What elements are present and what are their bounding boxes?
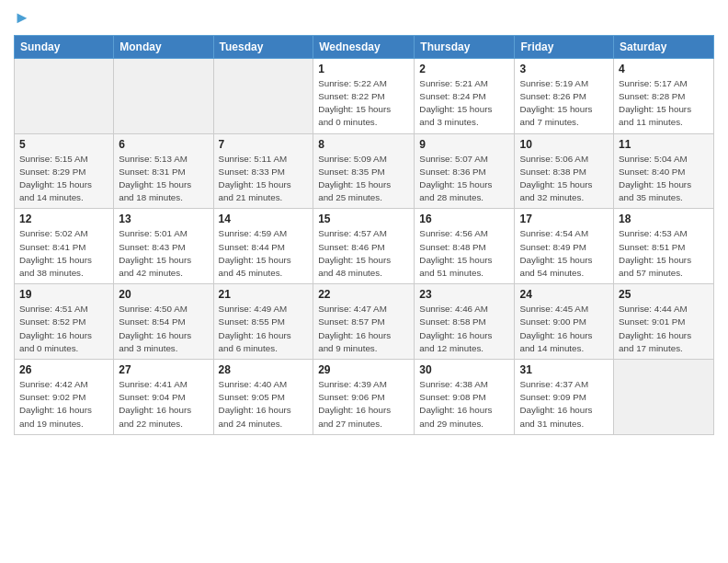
calendar-cell: 24Sunrise: 4:45 AM Sunset: 9:00 PM Dayli…	[515, 284, 614, 360]
day-number: 22	[318, 288, 409, 301]
day-info: Sunrise: 4:46 AM Sunset: 8:58 PM Dayligh…	[419, 303, 509, 355]
day-number: 6	[119, 138, 208, 151]
calendar-cell: 6Sunrise: 5:13 AM Sunset: 8:31 PM Daylig…	[114, 133, 213, 209]
day-number: 28	[219, 363, 309, 376]
calendar-week-3: 12Sunrise: 5:02 AM Sunset: 8:41 PM Dayli…	[15, 209, 714, 284]
day-info: Sunrise: 4:40 AM Sunset: 9:05 PM Dayligh…	[219, 378, 309, 431]
day-number: 1	[318, 63, 409, 75]
calendar-header-row: SundayMondayTuesdayWednesdayThursdayFrid…	[15, 35, 714, 58]
calendar-cell: 21Sunrise: 4:49 AM Sunset: 8:55 PM Dayli…	[213, 284, 313, 360]
logo: ►	[14, 9, 30, 28]
calendar-week-5: 26Sunrise: 4:42 AM Sunset: 9:02 PM Dayli…	[15, 360, 714, 435]
calendar-cell: 1Sunrise: 5:22 AM Sunset: 8:22 PM Daylig…	[313, 58, 415, 133]
day-info: Sunrise: 5:06 AM Sunset: 8:38 PM Dayligh…	[519, 153, 609, 205]
day-number: 19	[19, 288, 108, 301]
day-info: Sunrise: 4:56 AM Sunset: 8:48 PM Dayligh…	[419, 227, 509, 280]
day-number: 17	[519, 213, 609, 225]
calendar-week-4: 19Sunrise: 4:51 AM Sunset: 8:52 PM Dayli…	[15, 284, 714, 360]
calendar-cell: 14Sunrise: 4:59 AM Sunset: 8:44 PM Dayli…	[213, 209, 313, 284]
day-number: 15	[318, 213, 409, 225]
day-number: 10	[519, 138, 609, 151]
day-number: 25	[619, 288, 709, 301]
day-number: 4	[619, 63, 709, 75]
day-number: 8	[318, 138, 409, 151]
calendar-cell: 20Sunrise: 4:50 AM Sunset: 8:54 PM Dayli…	[114, 284, 213, 360]
day-info: Sunrise: 4:54 AM Sunset: 8:49 PM Dayligh…	[519, 227, 609, 280]
day-number: 24	[519, 288, 609, 301]
day-number: 30	[419, 363, 509, 376]
day-number: 31	[519, 363, 609, 376]
calendar-cell: 17Sunrise: 4:54 AM Sunset: 8:49 PM Dayli…	[515, 209, 614, 284]
header: ►	[14, 9, 714, 28]
day-info: Sunrise: 5:21 AM Sunset: 8:24 PM Dayligh…	[419, 77, 509, 130]
calendar-cell: 3Sunrise: 5:19 AM Sunset: 8:26 PM Daylig…	[515, 58, 614, 133]
calendar-cell	[614, 360, 714, 435]
day-number: 3	[519, 63, 609, 75]
day-info: Sunrise: 5:07 AM Sunset: 8:36 PM Dayligh…	[419, 153, 509, 205]
day-info: Sunrise: 4:44 AM Sunset: 9:01 PM Dayligh…	[619, 303, 709, 355]
day-number: 9	[419, 138, 509, 151]
day-info: Sunrise: 5:13 AM Sunset: 8:31 PM Dayligh…	[119, 153, 208, 205]
day-info: Sunrise: 4:51 AM Sunset: 8:52 PM Dayligh…	[19, 303, 108, 355]
day-number: 5	[19, 138, 108, 151]
calendar-weekday-friday: Friday	[515, 35, 614, 58]
calendar-week-2: 5Sunrise: 5:15 AM Sunset: 8:29 PM Daylig…	[15, 133, 714, 209]
calendar-cell: 16Sunrise: 4:56 AM Sunset: 8:48 PM Dayli…	[415, 209, 515, 284]
day-number: 11	[619, 138, 709, 151]
logo-text: ►	[14, 9, 30, 28]
day-info: Sunrise: 5:01 AM Sunset: 8:43 PM Dayligh…	[119, 227, 208, 280]
calendar-cell: 13Sunrise: 5:01 AM Sunset: 8:43 PM Dayli…	[114, 209, 213, 284]
calendar-cell	[15, 58, 114, 133]
day-number: 7	[219, 138, 309, 151]
calendar-weekday-wednesday: Wednesday	[313, 35, 415, 58]
day-info: Sunrise: 5:11 AM Sunset: 8:33 PM Dayligh…	[219, 153, 309, 205]
calendar-cell: 23Sunrise: 4:46 AM Sunset: 8:58 PM Dayli…	[415, 284, 515, 360]
calendar-cell: 8Sunrise: 5:09 AM Sunset: 8:35 PM Daylig…	[313, 133, 415, 209]
calendar-cell: 31Sunrise: 4:37 AM Sunset: 9:09 PM Dayli…	[515, 360, 614, 435]
day-number: 14	[219, 213, 309, 225]
calendar-cell	[114, 58, 213, 133]
calendar-weekday-thursday: Thursday	[415, 35, 515, 58]
day-number: 27	[119, 363, 208, 376]
calendar-cell: 28Sunrise: 4:40 AM Sunset: 9:05 PM Dayli…	[213, 360, 313, 435]
calendar-cell: 7Sunrise: 5:11 AM Sunset: 8:33 PM Daylig…	[213, 133, 313, 209]
day-number: 2	[419, 63, 509, 75]
day-number: 26	[19, 363, 108, 376]
day-info: Sunrise: 4:45 AM Sunset: 9:00 PM Dayligh…	[519, 303, 609, 355]
day-info: Sunrise: 4:59 AM Sunset: 8:44 PM Dayligh…	[219, 227, 309, 280]
calendar-cell: 27Sunrise: 4:41 AM Sunset: 9:04 PM Dayli…	[114, 360, 213, 435]
calendar-cell: 9Sunrise: 5:07 AM Sunset: 8:36 PM Daylig…	[415, 133, 515, 209]
day-info: Sunrise: 4:37 AM Sunset: 9:09 PM Dayligh…	[519, 378, 609, 431]
calendar-weekday-monday: Monday	[114, 35, 213, 58]
calendar: SundayMondayTuesdayWednesdayThursdayFrid…	[14, 35, 714, 435]
calendar-cell: 12Sunrise: 5:02 AM Sunset: 8:41 PM Dayli…	[15, 209, 114, 284]
calendar-cell: 4Sunrise: 5:17 AM Sunset: 8:28 PM Daylig…	[614, 58, 714, 133]
day-number: 21	[219, 288, 309, 301]
day-number: 20	[119, 288, 208, 301]
calendar-cell: 25Sunrise: 4:44 AM Sunset: 9:01 PM Dayli…	[614, 284, 714, 360]
day-info: Sunrise: 4:47 AM Sunset: 8:57 PM Dayligh…	[318, 303, 409, 355]
day-info: Sunrise: 4:57 AM Sunset: 8:46 PM Dayligh…	[318, 227, 409, 280]
day-number: 29	[318, 363, 409, 376]
day-info: Sunrise: 4:42 AM Sunset: 9:02 PM Dayligh…	[19, 378, 108, 431]
calendar-week-1: 1Sunrise: 5:22 AM Sunset: 8:22 PM Daylig…	[15, 58, 714, 133]
day-info: Sunrise: 5:22 AM Sunset: 8:22 PM Dayligh…	[318, 77, 409, 130]
day-info: Sunrise: 5:04 AM Sunset: 8:40 PM Dayligh…	[619, 153, 709, 205]
page: ► SundayMondayTuesdayWednesdayThursdayFr…	[0, 0, 728, 444]
calendar-cell: 18Sunrise: 4:53 AM Sunset: 8:51 PM Dayli…	[614, 209, 714, 284]
calendar-cell: 2Sunrise: 5:21 AM Sunset: 8:24 PM Daylig…	[415, 58, 515, 133]
day-info: Sunrise: 5:17 AM Sunset: 8:28 PM Dayligh…	[619, 77, 709, 130]
day-info: Sunrise: 5:02 AM Sunset: 8:41 PM Dayligh…	[19, 227, 108, 280]
day-info: Sunrise: 4:41 AM Sunset: 9:04 PM Dayligh…	[119, 378, 208, 431]
day-info: Sunrise: 4:53 AM Sunset: 8:51 PM Dayligh…	[619, 227, 709, 280]
calendar-weekday-sunday: Sunday	[15, 35, 114, 58]
day-number: 12	[19, 213, 108, 225]
day-info: Sunrise: 5:15 AM Sunset: 8:29 PM Dayligh…	[19, 153, 108, 205]
calendar-cell: 30Sunrise: 4:38 AM Sunset: 9:08 PM Dayli…	[415, 360, 515, 435]
calendar-cell: 29Sunrise: 4:39 AM Sunset: 9:06 PM Dayli…	[313, 360, 415, 435]
calendar-cell: 19Sunrise: 4:51 AM Sunset: 8:52 PM Dayli…	[15, 284, 114, 360]
day-number: 23	[419, 288, 509, 301]
calendar-weekday-saturday: Saturday	[614, 35, 714, 58]
calendar-cell: 15Sunrise: 4:57 AM Sunset: 8:46 PM Dayli…	[313, 209, 415, 284]
calendar-cell: 10Sunrise: 5:06 AM Sunset: 8:38 PM Dayli…	[515, 133, 614, 209]
